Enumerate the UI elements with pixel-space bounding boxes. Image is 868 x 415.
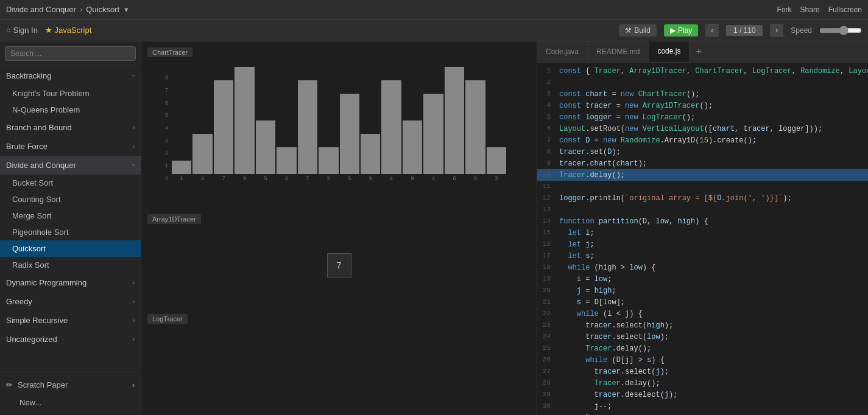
- code-line[interactable]: 19 i = low;: [537, 273, 868, 285]
- code-line[interactable]: 4const tracer = new Array1DTracer();: [537, 100, 868, 111]
- breadcrumb: Divide and Conquer › Quicksort ▾: [6, 5, 129, 14]
- fullscreen-button[interactable]: Fullscreen: [828, 5, 862, 14]
- play-button[interactable]: ▶ Play: [664, 24, 698, 37]
- breadcrumb-item-2[interactable]: Quicksort: [86, 5, 119, 14]
- sidebar-item-merge-sort[interactable]: Merge Sort: [0, 208, 141, 224]
- sidebar-item-pigeonhole-sort[interactable]: Pigeonhole Sort: [0, 224, 141, 240]
- add-tab-button[interactable]: +: [690, 46, 707, 57]
- build-button[interactable]: ⚒ Build: [619, 24, 657, 37]
- code-line[interactable]: 2: [537, 77, 868, 88]
- second-bar: ○ Sign In ★ JavaScript ⚒ Build ▶ Play ‹ …: [0, 19, 868, 41]
- bar: [256, 120, 275, 174]
- code-line[interactable]: 29 tracer.deselect(j);: [537, 389, 868, 400]
- code-line[interactable]: 9tracer.chart(chart);: [537, 158, 868, 169]
- sidebar-section-simple-recursive: Simple Recursive ›: [0, 311, 141, 330]
- second-bar-left: ○ Sign In ★ JavaScript: [6, 26, 91, 35]
- main-layout: Backtracking › Knight's Tour Problem N-Q…: [0, 41, 868, 415]
- sidebar-item-quicksort[interactable]: Quicksort: [0, 240, 141, 257]
- code-line[interactable]: 20 j = high;: [537, 285, 868, 296]
- chevron-icon: ›: [133, 298, 135, 305]
- code-line[interactable]: 27 tracer.select(j);: [537, 366, 868, 377]
- code-line[interactable]: 17 let s;: [537, 250, 868, 262]
- chevron-icon: ›: [133, 143, 135, 150]
- code-line[interactable]: 12logger.println(`original array = [${D.…: [537, 192, 868, 204]
- sidebar-item-nqueens[interactable]: N-Queens Problem: [0, 102, 141, 118]
- sidebar-category-dynamic-programming[interactable]: Dynamic Programming ›: [0, 273, 141, 292]
- sidebar-category-backtracking[interactable]: Backtracking ›: [0, 66, 141, 85]
- sidebar-section-backtracking: Backtracking › Knight's Tour Problem N-Q…: [0, 66, 141, 118]
- code-line[interactable]: 24 tracer.select(low);: [537, 331, 868, 343]
- code-line[interactable]: 13: [537, 204, 868, 215]
- chevron-icon: ›: [133, 279, 135, 286]
- scratch-paper-icon: ✏: [6, 380, 13, 389]
- sidebar-item-counting-sort[interactable]: Counting Sort: [0, 191, 141, 208]
- top-bar: Divide and Conquer › Quicksort ▾ Fork Sh…: [0, 0, 868, 19]
- sidebar-category-branch-bound[interactable]: Branch and Bound ›: [0, 118, 141, 137]
- sign-in-button[interactable]: ○ Sign In: [6, 26, 38, 35]
- code-line[interactable]: 30 j--;: [537, 400, 868, 412]
- bar: [381, 80, 401, 174]
- sidebar-section-brute-force: Brute Force ›: [0, 137, 141, 156]
- fork-button[interactable]: Fork: [777, 5, 792, 14]
- sidebar-item-knights-tour[interactable]: Knight's Tour Problem: [0, 85, 141, 102]
- sidebar-category-simple-recursive[interactable]: Simple Recursive ›: [0, 311, 141, 330]
- code-line[interactable]: 11: [537, 181, 868, 192]
- code-line[interactable]: 18 while (high > low) {: [537, 262, 868, 273]
- code-line[interactable]: 28 Tracer.delay();: [537, 377, 868, 389]
- code-line[interactable]: 22 while (i < j) {: [537, 308, 868, 319]
- sidebar-category-greedy[interactable]: Greedy ›: [0, 292, 141, 311]
- array-tracer-label: Array1DTracer: [147, 214, 201, 224]
- sidebar-item-bucket-sort[interactable]: Bucket Sort: [0, 175, 141, 191]
- sidebar-section-greedy: Greedy ›: [0, 292, 141, 311]
- sidebar-category-divide-conquer[interactable]: Divide and Conquer ›: [0, 156, 141, 175]
- code-line[interactable]: 1const { Tracer, Array1DTracer, ChartTra…: [537, 65, 868, 77]
- search-box: [0, 41, 141, 66]
- sidebar-section-uncategorized: Uncategorized ›: [0, 330, 141, 349]
- code-line[interactable]: 7const D = new Randomize.Array1D(15).cre…: [537, 134, 868, 146]
- code-line[interactable]: 14function partition(D, low, high) {: [537, 215, 868, 227]
- tab-code-js[interactable]: code.js: [649, 41, 690, 62]
- sidebar-section-dynamic-programming: Dynamic Programming ›: [0, 273, 141, 292]
- code-editor: 1const { Tracer, Array1DTracer, ChartTra…: [537, 63, 868, 415]
- sidebar-category-brute-force[interactable]: Brute Force ›: [0, 137, 141, 156]
- code-line[interactable]: 25 Tracer.delay();: [537, 343, 868, 354]
- sidebar: Backtracking › Knight's Tour Problem N-Q…: [0, 41, 141, 415]
- bar: [235, 67, 254, 174]
- content-area: ChartTracer 0123456781279527259494683 Ar…: [141, 41, 868, 415]
- code-line[interactable]: 15 let i;: [537, 227, 868, 239]
- page-indicator: 1 / 110: [726, 25, 763, 36]
- array-tracer-section: Array1DTracer 7: [141, 208, 537, 308]
- share-button[interactable]: Share: [800, 5, 820, 14]
- user-icon: ○: [6, 26, 11, 35]
- code-line[interactable]: 23 tracer.select(high);: [537, 319, 868, 331]
- prev-button[interactable]: ‹: [705, 24, 719, 37]
- tab-readme[interactable]: README.md: [588, 41, 649, 62]
- code-line[interactable]: 3const chart = new ChartTracer();: [537, 88, 868, 100]
- code-line[interactable]: 21 s = D[low];: [537, 296, 868, 308]
- bar: [214, 80, 233, 174]
- code-line[interactable]: 26 while (D[j] > s) {: [537, 354, 868, 366]
- breadcrumb-item-1[interactable]: Divide and Conquer: [6, 5, 76, 14]
- bar: [319, 147, 338, 174]
- breadcrumb-dropdown-icon[interactable]: ▾: [124, 5, 129, 14]
- sidebar-category-uncategorized[interactable]: Uncategorized ›: [0, 330, 141, 349]
- viz-panel: ChartTracer 0123456781279527259494683 Ar…: [141, 41, 537, 415]
- scratch-paper-item[interactable]: ✏ Scratch Paper ›: [0, 376, 141, 394]
- code-line[interactable]: 8tracer.set(D);: [537, 146, 868, 158]
- code-line[interactable]: 31 }: [537, 412, 868, 415]
- next-button[interactable]: ›: [770, 24, 783, 37]
- code-line[interactable]: 6Layout.setRoot(new VerticalLayout([char…: [537, 123, 868, 134]
- speed-label: Speed: [791, 26, 812, 35]
- code-line[interactable]: 10Tracer.delay();: [537, 169, 868, 181]
- new-item[interactable]: New...: [0, 394, 141, 411]
- speed-slider[interactable]: [819, 26, 862, 35]
- tab-code-java[interactable]: Code.java: [537, 41, 588, 62]
- code-line[interactable]: 16 let j;: [537, 239, 868, 250]
- sidebar-item-radix-sort[interactable]: Radix Sort: [0, 257, 141, 273]
- search-input[interactable]: [5, 46, 136, 61]
- log-tracer-section: LogTracer: [141, 308, 537, 383]
- code-line[interactable]: 5const logger = new LogTracer();: [537, 111, 868, 123]
- top-bar-actions: Fork Share Fullscreen: [777, 5, 862, 14]
- sidebar-footer: ✏ Scratch Paper › New...: [0, 372, 141, 415]
- javascript-badge: ★ JavaScript: [45, 26, 91, 35]
